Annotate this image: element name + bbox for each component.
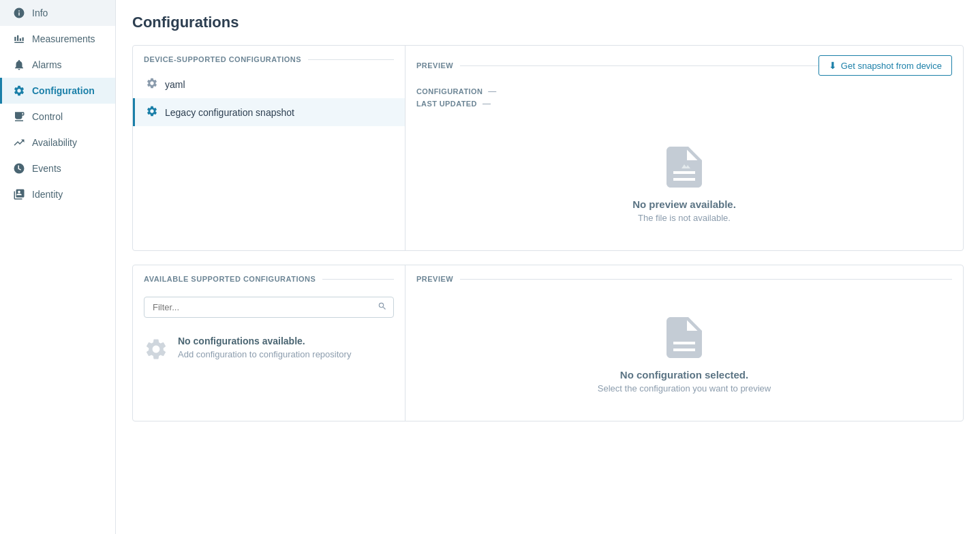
- sidebar-item-control-label: Control: [32, 111, 63, 122]
- sidebar-item-events-label: Events: [32, 163, 61, 174]
- sidebar-item-measurements-label: Measurements: [32, 33, 95, 44]
- info-icon: [13, 7, 25, 19]
- legacy-config-icon: [146, 105, 158, 119]
- page-title: Configurations: [132, 14, 964, 31]
- preview-bottom-header: PREVIEW: [405, 265, 963, 290]
- identity-icon: [13, 188, 25, 201]
- alarms-icon: [13, 59, 25, 71]
- no-config-selected-title: No configuration selected.: [620, 369, 748, 381]
- last-updated-meta-value: —: [483, 99, 491, 108]
- filter-container: [133, 290, 405, 325]
- sidebar-item-identity[interactable]: Identity: [0, 181, 115, 207]
- sidebar-item-measurements[interactable]: Measurements: [0, 26, 115, 52]
- no-configs-sub: Add configuration to configuration repos…: [178, 349, 351, 359]
- available-supported-line: [322, 279, 394, 280]
- preview-bottom-line: [460, 279, 952, 280]
- sidebar-item-configuration-label: Configuration: [32, 85, 95, 96]
- sidebar-item-availability[interactable]: Availability: [0, 130, 115, 155]
- available-supported-header: AVAILABLE SUPPORTED CONFIGURATIONS: [133, 265, 405, 290]
- snapshot-button-label: Get snapshot from device: [841, 61, 942, 71]
- preview-top-label: PREVIEW: [416, 61, 453, 70]
- no-preview-top-title: No preview available.: [632, 198, 736, 210]
- no-config-selected-sub: Select the configuration you want to pre…: [598, 383, 771, 394]
- no-preview-bottom: No configuration selected. Select the co…: [405, 290, 963, 421]
- sidebar-item-control[interactable]: Control: [0, 104, 115, 130]
- config-item-legacy[interactable]: Legacy configuration snapshot: [133, 98, 405, 126]
- last-updated-meta-label: LAST UPDATED: [416, 100, 477, 108]
- top-panels-row: DEVICE-SUPPORTED CONFIGURATIONS yaml Leg…: [132, 45, 964, 251]
- device-supported-line: [308, 59, 394, 60]
- control-icon: [13, 110, 25, 123]
- config-meta-label: CONFIGURATION: [416, 87, 483, 95]
- snapshot-button[interactable]: ⬇ Get snapshot from device: [818, 55, 952, 76]
- sidebar-item-alarms[interactable]: Alarms: [0, 52, 115, 78]
- preview-top-header-left: PREVIEW: [416, 61, 818, 70]
- filter-input[interactable]: [144, 297, 394, 318]
- main-content: Configurations DEVICE-SUPPORTED CONFIGUR…: [116, 0, 980, 534]
- preview-top-panel: PREVIEW ⬇ Get snapshot from device CONFI…: [405, 46, 963, 250]
- config-item-yaml-label: yaml: [165, 79, 185, 90]
- no-configs-icon: [144, 337, 168, 364]
- sidebar-item-info-label: Info: [32, 8, 48, 18]
- sidebar: Info Measurements Alarms Configuration C…: [0, 0, 116, 534]
- preview-top-line: [460, 65, 818, 66]
- preview-bottom-panel: PREVIEW No configuration selected. Selec…: [405, 265, 963, 421]
- config-meta-value: —: [488, 87, 496, 96]
- preview-bottom-label: PREVIEW: [416, 275, 453, 283]
- last-updated-meta-row: LAST UPDATED —: [416, 99, 952, 108]
- available-supported-panel: AVAILABLE SUPPORTED CONFIGURATIONS No: [133, 265, 405, 421]
- sidebar-item-alarms-label: Alarms: [32, 59, 62, 70]
- preview-meta: CONFIGURATION — LAST UPDATED —: [405, 83, 963, 119]
- measurements-icon: [13, 33, 25, 45]
- no-preview-top: No preview available. The file is not av…: [405, 119, 963, 250]
- no-configs-text: No configurations available. Add configu…: [178, 336, 351, 359]
- sidebar-item-identity-label: Identity: [32, 189, 63, 200]
- no-preview-top-sub: The file is not available.: [638, 213, 731, 223]
- availability-icon: [13, 136, 25, 149]
- events-icon: [13, 162, 25, 175]
- sidebar-item-events[interactable]: Events: [0, 155, 115, 181]
- config-meta-row: CONFIGURATION —: [416, 87, 952, 96]
- download-icon: ⬇: [829, 60, 837, 71]
- no-configs-title: No configurations available.: [178, 336, 351, 346]
- filter-search-icon: [378, 301, 387, 314]
- sidebar-item-availability-label: Availability: [32, 137, 77, 148]
- preview-top-header: PREVIEW ⬇ Get snapshot from device: [405, 46, 963, 83]
- available-supported-label: AVAILABLE SUPPORTED CONFIGURATIONS: [144, 275, 316, 283]
- sidebar-item-info[interactable]: Info: [0, 0, 115, 26]
- config-item-legacy-label: Legacy configuration snapshot: [165, 107, 294, 118]
- no-config-selected-icon: [667, 317, 702, 361]
- device-supported-panel: DEVICE-SUPPORTED CONFIGURATIONS yaml Leg…: [133, 46, 405, 250]
- configuration-icon: [13, 85, 25, 97]
- device-supported-label: DEVICE-SUPPORTED CONFIGURATIONS: [144, 55, 301, 63]
- no-preview-icon: [667, 147, 702, 190]
- yaml-config-icon: [146, 77, 158, 91]
- config-item-yaml[interactable]: yaml: [133, 70, 405, 98]
- device-supported-header: DEVICE-SUPPORTED CONFIGURATIONS: [133, 46, 405, 70]
- no-configs-area: No configurations available. Add configu…: [133, 325, 405, 378]
- sidebar-item-configuration[interactable]: Configuration: [0, 78, 115, 104]
- bottom-panels-row: AVAILABLE SUPPORTED CONFIGURATIONS No: [132, 265, 964, 421]
